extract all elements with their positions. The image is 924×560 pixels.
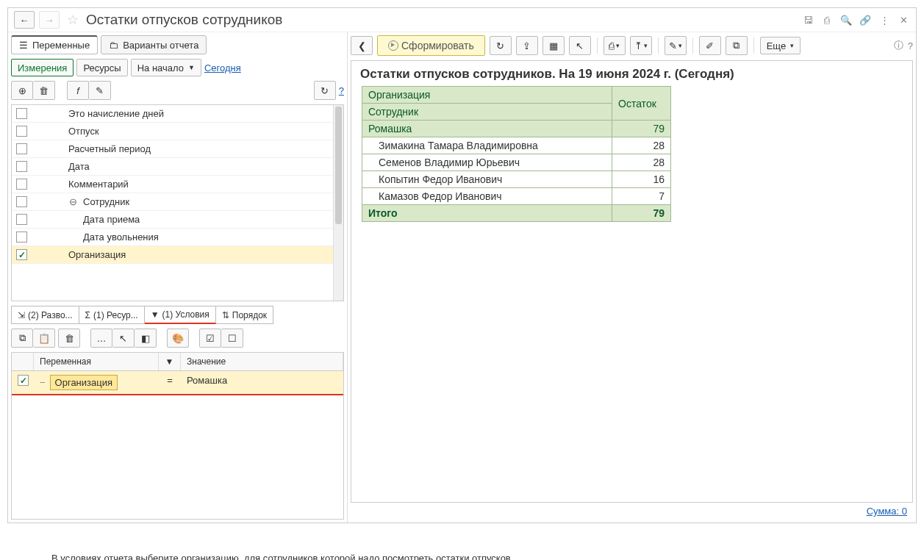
report-table: Организация Остаток Сотрудник Ромашка 79… [362, 86, 671, 222]
nav-forward-button: → [39, 11, 60, 29]
page-title: Остатки отпусков сотрудников [86, 12, 797, 28]
info-icon[interactable]: ⓘ [894, 39, 903, 52]
tree-item-label: Отпуск [68, 126, 99, 137]
th-organization: Организация [362, 87, 612, 104]
tab-variants[interactable]: 🗀 Варианты отчета [101, 35, 207, 54]
report-row[interactable]: Копытин Федор Иванович16 [362, 171, 671, 188]
refresh-button[interactable]: ↻ [314, 81, 336, 100]
variables-tree[interactable]: Это начисление днейОтпускРасчетный перио… [11, 104, 344, 301]
sum-link[interactable]: Сумма: 0 [867, 506, 907, 517]
tree-checkbox[interactable] [16, 161, 27, 172]
edit-button[interactable]: ✎ [89, 81, 111, 100]
ellipsis-button[interactable]: … [90, 329, 112, 348]
tree-row[interactable]: Организация [12, 246, 343, 264]
tree-checkbox[interactable] [16, 126, 27, 137]
collapse-panel-button[interactable]: ❮ [351, 36, 373, 55]
close-icon[interactable]: ✕ [897, 15, 910, 26]
function-button[interactable]: f [67, 81, 89, 100]
tree-row[interactable]: Это начисление дней [12, 105, 343, 123]
print2-button[interactable]: ⎙▾ [604, 36, 626, 55]
sigma-icon: Σ [85, 310, 90, 320]
tree-row[interactable]: Комментарий [12, 176, 343, 193]
funnel-icon: ▼ [151, 309, 160, 320]
tree-row[interactable]: ⊖Сотрудник [12, 193, 343, 211]
report-viewer[interactable]: Остатки отпусков сотрудников. На 19 июня… [351, 60, 913, 503]
edit2-button[interactable]: ✐ [699, 36, 721, 55]
dimensions-button[interactable]: Измерения [11, 59, 74, 76]
col-value: Значение [181, 353, 343, 370]
save-icon[interactable]: 🖫 [801, 15, 814, 26]
tree-row[interactable]: Дата [12, 158, 343, 176]
delete-cond-button[interactable]: 🗑 [58, 329, 80, 348]
tree-item-label: Дата приема [83, 214, 140, 225]
tree-checkbox[interactable] [16, 108, 27, 119]
help-link[interactable]: ? [339, 85, 344, 96]
print-icon[interactable]: ⎙ [820, 15, 834, 26]
tab-variables[interactable]: ☰ Переменные [11, 35, 98, 54]
tree-checkbox[interactable] [16, 214, 27, 225]
condition-row[interactable]: − Организация = Ромашка [12, 371, 343, 395]
cond-op: = [159, 371, 181, 394]
upload-button[interactable]: ⤒▾ [630, 36, 652, 55]
scrollbar[interactable] [333, 105, 343, 301]
copy-button[interactable]: ⧉ [11, 329, 33, 348]
report-row[interactable]: Зимакина Тамара Владимировна28 [362, 137, 671, 154]
add-button[interactable]: ⊕ [11, 81, 33, 100]
palette-button[interactable]: 🎨 [167, 329, 189, 348]
th-remainder: Остаток [612, 87, 671, 121]
uncheck-all-button[interactable]: ☐ [221, 329, 243, 348]
pen-button[interactable]: ✎▾ [665, 36, 687, 55]
form-button[interactable]: Сформировать [377, 35, 485, 56]
resources-button[interactable]: Ресурсы [76, 59, 127, 76]
report-row[interactable]: Семенов Владимир Юрьевич28 [362, 154, 671, 171]
tree-item-label: Организация [68, 249, 126, 260]
tree-row[interactable]: Дата приема [12, 211, 343, 229]
tree-item-label: Дата [68, 161, 90, 172]
btab-conditions[interactable]: ▼ (1) Условия [145, 306, 216, 324]
tree-checkbox[interactable] [16, 231, 27, 243]
refresh-report-button[interactable]: ↻ [490, 36, 512, 55]
favorite-icon[interactable]: ☆ [67, 12, 79, 28]
copy2-button[interactable]: ⧉ [726, 36, 748, 55]
nav-back-button[interactable]: ← [14, 11, 35, 29]
total-row: Итого 79 [362, 205, 671, 222]
group-row[interactable]: Ромашка 79 [362, 121, 671, 137]
paste-button[interactable]: 📋 [33, 329, 55, 348]
delete-button[interactable]: 🗑 [33, 81, 55, 100]
export-button[interactable]: ⇪ [516, 36, 538, 55]
more-menu-icon[interactable]: ⋮ [878, 15, 891, 26]
tree-checkbox[interactable] [16, 196, 27, 207]
col-variable: Переменная [34, 353, 159, 370]
minus-icon: − [40, 377, 46, 388]
th-employee: Сотрудник [362, 104, 612, 121]
tree-row[interactable]: Расчетный период [12, 140, 343, 158]
eraser-button[interactable]: ◧ [135, 329, 157, 348]
tree-item-label: Сотрудник [83, 196, 129, 207]
link-icon[interactable]: 🔗 [859, 15, 872, 26]
cursor2-button[interactable]: ↖ [569, 36, 591, 55]
tree-row[interactable]: Отпуск [12, 123, 343, 140]
cond-checkbox[interactable] [18, 375, 29, 386]
sliders-icon: ☰ [19, 40, 28, 51]
grid-button[interactable]: ▦ [542, 36, 565, 55]
report-title: Остатки отпусков сотрудников. На 19 июня… [357, 67, 912, 82]
more-button[interactable]: Еще ▾ [760, 37, 801, 54]
at-start-button[interactable]: На начало ▼ [131, 59, 201, 76]
tree-checkbox[interactable] [16, 179, 27, 190]
help2-icon[interactable]: ? [908, 40, 913, 51]
tab-variants-label: Варианты отчета [123, 40, 198, 51]
report-row[interactable]: Камазов Федор Иванович7 [362, 188, 671, 205]
btab-expand[interactable]: ⇲ (2) Разво... [11, 306, 79, 324]
folder-icon: 🗀 [109, 40, 118, 51]
tree-checkbox[interactable] [16, 143, 27, 154]
tree-checkbox[interactable] [16, 249, 27, 260]
btab-resources[interactable]: Σ (1) Ресур... [79, 306, 145, 324]
tree-row[interactable]: Дата увольнения [12, 229, 343, 246]
preview-icon[interactable]: 🔍 [839, 15, 853, 26]
tree-toggle-icon[interactable]: ⊖ [68, 196, 77, 207]
today-link[interactable]: Сегодня [204, 62, 241, 73]
check-all-button[interactable]: ☑ [199, 329, 221, 348]
btab-order[interactable]: ⇅ Порядок [216, 306, 273, 324]
filter-icon[interactable]: ▼ [159, 353, 181, 370]
cursor-button[interactable]: ↖ [112, 329, 135, 348]
